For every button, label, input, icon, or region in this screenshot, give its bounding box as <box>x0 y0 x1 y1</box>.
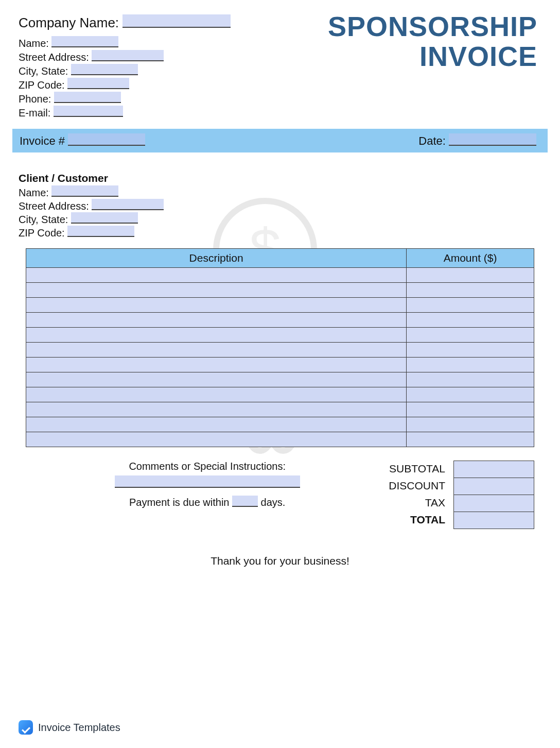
thank-you-message: Thank you for your business! <box>12 555 548 567</box>
comments-label: Comments or Special Instructions: <box>26 461 389 472</box>
client-name-label: Name: <box>19 187 49 198</box>
total-input[interactable] <box>454 512 534 529</box>
table-row <box>26 283 534 298</box>
invoice-info-bar: Invoice # Date: <box>12 129 548 152</box>
table-row <box>26 358 534 372</box>
discount-input[interactable] <box>454 478 534 495</box>
description-cell[interactable] <box>26 358 407 372</box>
discount-label: DISCOUNT <box>389 478 445 495</box>
client-heading: Client / Customer <box>19 172 548 184</box>
footer-brand-text: Invoice Templates <box>38 722 120 734</box>
footer-brand: Invoice Templates <box>19 720 120 735</box>
description-cell[interactable] <box>26 343 407 358</box>
client-street-label: Street Address: <box>19 200 89 212</box>
col-amount: Amount ($) <box>407 249 534 268</box>
table-row <box>26 432 534 447</box>
col-description: Description <box>26 249 407 268</box>
subtotal-input[interactable] <box>454 461 534 478</box>
description-cell[interactable] <box>26 268 407 283</box>
company-name-input[interactable] <box>122 14 231 28</box>
comments-input[interactable] <box>115 475 300 488</box>
client-city-label: City, State: <box>19 214 68 225</box>
table-row <box>26 402 534 417</box>
amount-cell[interactable] <box>407 328 534 343</box>
client-zip-input[interactable] <box>67 226 134 237</box>
table-row <box>26 313 534 328</box>
description-cell[interactable] <box>26 283 407 298</box>
description-cell[interactable] <box>26 298 407 313</box>
amount-cell[interactable] <box>407 283 534 298</box>
invoice-date-label: Date: <box>418 134 446 147</box>
table-row <box>26 387 534 402</box>
from-email-input[interactable] <box>54 106 123 117</box>
description-cell[interactable] <box>26 328 407 343</box>
tax-input[interactable] <box>454 495 534 512</box>
amount-cell[interactable] <box>407 313 534 328</box>
payment-due-suffix: days. <box>261 497 286 508</box>
description-cell[interactable] <box>26 313 407 328</box>
client-name-input[interactable] <box>51 185 118 197</box>
description-cell[interactable] <box>26 417 407 432</box>
payment-due-days-input[interactable] <box>232 496 258 507</box>
tax-label: TAX <box>389 495 445 512</box>
payment-due-prefix: Payment is due within <box>129 497 230 508</box>
from-name-label: Name: <box>19 38 49 49</box>
page-title: SPONSORSHIP INVOICE <box>328 11 548 72</box>
invoice-number-label: Invoice # <box>20 134 65 147</box>
table-row <box>26 417 534 432</box>
description-cell[interactable] <box>26 402 407 417</box>
client-zip-label: ZIP Code: <box>19 227 65 239</box>
table-row <box>26 298 534 313</box>
client-street-input[interactable] <box>92 199 164 210</box>
table-row <box>26 372 534 387</box>
company-name-label: Company Name: <box>19 15 119 30</box>
amount-cell[interactable] <box>407 298 534 313</box>
from-city-label: City, State: <box>19 65 68 77</box>
subtotal-label: SUBTOTAL <box>389 461 445 478</box>
from-zip-input[interactable] <box>67 78 129 89</box>
from-email-label: E-mail: <box>19 107 50 119</box>
total-label: TOTAL <box>389 512 445 529</box>
brand-check-icon <box>19 720 33 735</box>
amount-cell[interactable] <box>407 372 534 387</box>
amount-cell[interactable] <box>407 387 534 402</box>
table-row <box>26 343 534 358</box>
description-cell[interactable] <box>26 372 407 387</box>
from-phone-input[interactable] <box>54 92 121 103</box>
table-row <box>26 328 534 343</box>
amount-cell[interactable] <box>407 432 534 447</box>
client-city-input[interactable] <box>71 212 138 224</box>
from-name-input[interactable] <box>51 36 118 47</box>
amount-cell[interactable] <box>407 417 534 432</box>
from-phone-label: Phone: <box>19 93 51 105</box>
line-items-table: Description Amount ($) <box>26 248 534 447</box>
description-cell[interactable] <box>26 387 407 402</box>
table-row <box>26 268 534 283</box>
amount-cell[interactable] <box>407 358 534 372</box>
from-street-input[interactable] <box>92 50 164 61</box>
from-street-label: Street Address: <box>19 52 89 63</box>
description-cell[interactable] <box>26 432 407 447</box>
from-city-input[interactable] <box>71 64 138 75</box>
amount-cell[interactable] <box>407 268 534 283</box>
invoice-number-input[interactable] <box>68 133 145 146</box>
invoice-date-input[interactable] <box>449 133 536 146</box>
from-zip-label: ZIP Code: <box>19 79 65 91</box>
amount-cell[interactable] <box>407 402 534 417</box>
amount-cell[interactable] <box>407 343 534 358</box>
